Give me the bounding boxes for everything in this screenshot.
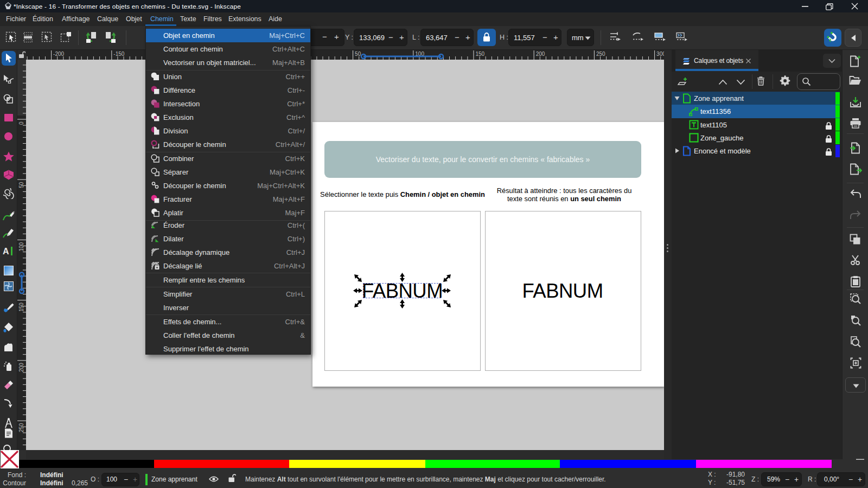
svg-text:150: 150 <box>476 51 485 57</box>
svg-text:200: 200 <box>536 51 545 57</box>
svg-text:300: 300 <box>656 51 664 57</box>
svg-text:100: 100 <box>18 242 24 251</box>
svg-text:-150: -150 <box>113 51 124 57</box>
svg-text:150: 150 <box>18 303 24 312</box>
svg-text:50: 50 <box>355 51 361 57</box>
svg-text:250: 250 <box>596 51 605 57</box>
svg-text:200: 200 <box>18 363 24 372</box>
svg-text:50: 50 <box>18 182 24 188</box>
svg-text:0: 0 <box>18 121 24 125</box>
svg-text:-200: -200 <box>53 51 64 57</box>
svg-text:250: 250 <box>18 423 24 432</box>
